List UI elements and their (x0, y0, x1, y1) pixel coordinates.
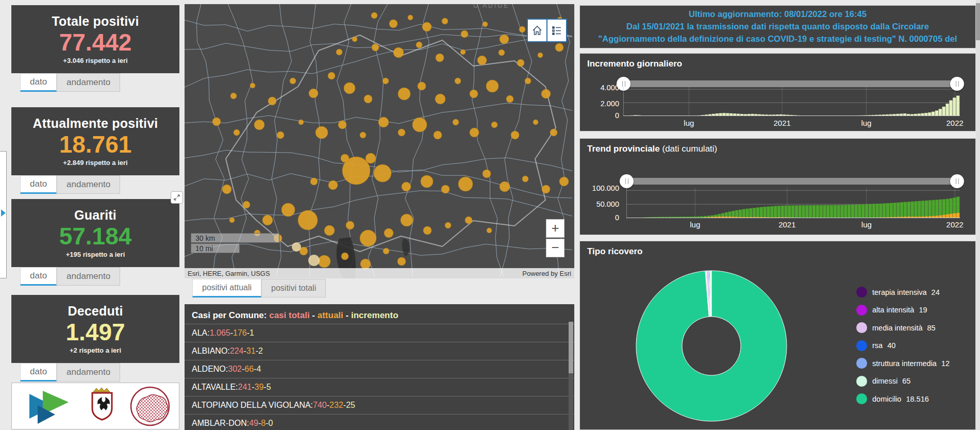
map-bubble[interactable] (408, 15, 413, 20)
map-bubble[interactable] (398, 88, 410, 100)
trend-bar-chart[interactable] (626, 188, 960, 218)
page-scrollbar-thumb[interactable] (976, 3, 980, 40)
map-bubble[interactable] (254, 120, 264, 130)
map-bubble[interactable] (398, 129, 405, 136)
map-bubble[interactable] (416, 42, 422, 48)
daily-bar-chart[interactable] (623, 87, 960, 116)
map-bubble[interactable] (290, 78, 296, 84)
zoom-out-button[interactable]: − (546, 239, 564, 257)
tab-andamento[interactable]: andamento (57, 175, 120, 194)
comuni-scrollbar-thumb[interactable] (569, 322, 573, 373)
map-canvas[interactable]: O ADIGE + − 30 km 10 mi (185, 4, 574, 278)
comuni-row-aldeno[interactable]: ALDENO: 302 - 66 - 4 (185, 360, 574, 378)
tab-dato[interactable]: dato (20, 73, 57, 92)
trend-slider-handle-right[interactable] (950, 174, 964, 188)
map-bubble[interactable] (371, 12, 377, 19)
map-legend-button[interactable] (546, 20, 566, 41)
map-bubble[interactable] (234, 129, 240, 136)
map-bubble[interactable] (412, 118, 427, 132)
map-bubble[interactable] (434, 131, 442, 139)
map-bubble[interactable] (487, 228, 492, 233)
comuni-row-albiano[interactable]: ALBIANO: 224 - 31 - 2 (185, 342, 574, 360)
map-bubble[interactable] (360, 259, 371, 269)
map-bubble[interactable] (401, 214, 413, 226)
map-bubble[interactable] (500, 35, 509, 44)
map-bubble[interactable] (402, 182, 411, 191)
map-bubble[interactable] (533, 120, 538, 125)
map-bubble[interactable] (383, 248, 389, 254)
map-bubble[interactable] (559, 177, 569, 186)
map-bubble[interactable] (550, 129, 557, 136)
map-bubble[interactable] (525, 78, 531, 84)
map-bubble[interactable] (506, 95, 513, 103)
map-bubble[interactable] (212, 118, 221, 126)
map-bubble[interactable] (522, 176, 528, 182)
zoom-in-button[interactable]: + (546, 219, 564, 238)
comuni-row-ala[interactable]: ALA: 1.065 - 176 - 1 (185, 324, 574, 342)
map-home-button[interactable] (528, 20, 546, 41)
map-bubble[interactable] (453, 119, 459, 125)
map-bubble[interactable] (511, 131, 519, 139)
map-bubble[interactable] (465, 217, 472, 224)
map-bubble[interactable] (393, 47, 404, 58)
map-bubble[interactable] (389, 20, 397, 28)
map-bubble[interactable] (397, 257, 406, 266)
map-bubble[interactable] (364, 95, 372, 103)
map-bubble[interactable] (483, 170, 491, 178)
ricovero-donut-chart[interactable] (636, 270, 787, 422)
map-bubble[interactable] (555, 43, 563, 52)
map-bubble[interactable] (486, 80, 499, 92)
map-bubble[interactable] (360, 230, 376, 246)
map-bubble[interactable] (499, 49, 505, 56)
comuni-row-amblar-don[interactable]: AMBLAR-DON: 49 - 8 - 0 (185, 414, 574, 430)
map-bubble[interactable] (421, 175, 433, 188)
map-bubble[interactable] (328, 180, 338, 190)
map-bubble[interactable] (445, 222, 451, 228)
map-bubble[interactable] (435, 94, 445, 104)
map-bubble[interactable] (328, 72, 335, 79)
map-bubble[interactable] (441, 185, 450, 193)
map-bubble[interactable] (298, 210, 318, 230)
tab-andamento[interactable]: andamento (57, 267, 120, 286)
collapsed-panel-strip[interactable] (0, 151, 7, 278)
map-bubble[interactable] (422, 22, 431, 31)
map-bubble[interactable] (542, 185, 550, 193)
map-bubble[interactable] (461, 30, 468, 38)
map-bubble[interactable] (442, 18, 448, 24)
map-bubble-highlight[interactable] (292, 242, 301, 252)
expand-button[interactable] (171, 191, 183, 204)
map-bubble[interactable] (315, 126, 328, 139)
page-scrollbar[interactable] (976, 0, 980, 430)
tab-dato[interactable]: dato (20, 175, 57, 194)
map-bubble[interactable] (318, 255, 330, 268)
map-bubble[interactable] (341, 154, 349, 162)
map-bubble-highlight[interactable] (308, 255, 320, 266)
map-bubble[interactable] (538, 53, 543, 58)
map-bubble[interactable] (483, 22, 488, 27)
map-bubble[interactable] (477, 56, 487, 65)
map-bubble[interactable] (470, 128, 479, 137)
map-bubble[interactable] (423, 226, 431, 235)
map-bubble[interactable] (268, 97, 276, 105)
map-bubble[interactable] (366, 153, 376, 163)
map-bubble[interactable] (346, 221, 354, 229)
map-bubble[interactable] (455, 78, 461, 84)
map-bubble[interactable] (519, 26, 525, 32)
map-bubble[interactable] (541, 89, 551, 98)
map-bubble[interactable] (338, 121, 346, 129)
tab-dato[interactable]: dato (20, 363, 57, 382)
map-bubble[interactable] (372, 44, 379, 51)
map-bubble[interactable] (229, 218, 235, 223)
comuni-row-altopiano-della-vigolana[interactable]: ALTOPIANO DELLA VIGOLANA: 740 - 232 - 25 (185, 396, 574, 414)
map-bubble[interactable] (384, 228, 393, 238)
tab-andamento[interactable]: andamento (57, 73, 120, 92)
map-bubble[interactable] (262, 215, 273, 225)
map-bubble[interactable] (378, 117, 389, 127)
map-bubble[interactable] (352, 37, 357, 42)
map-bubble[interactable] (222, 185, 231, 194)
map-bubble[interactable] (230, 93, 237, 99)
map-bubble[interactable] (309, 89, 318, 98)
map-bubble[interactable] (460, 49, 466, 55)
map-bubble[interactable] (344, 82, 355, 94)
map-tab-positivi-totali[interactable]: positivi totali (261, 279, 326, 297)
